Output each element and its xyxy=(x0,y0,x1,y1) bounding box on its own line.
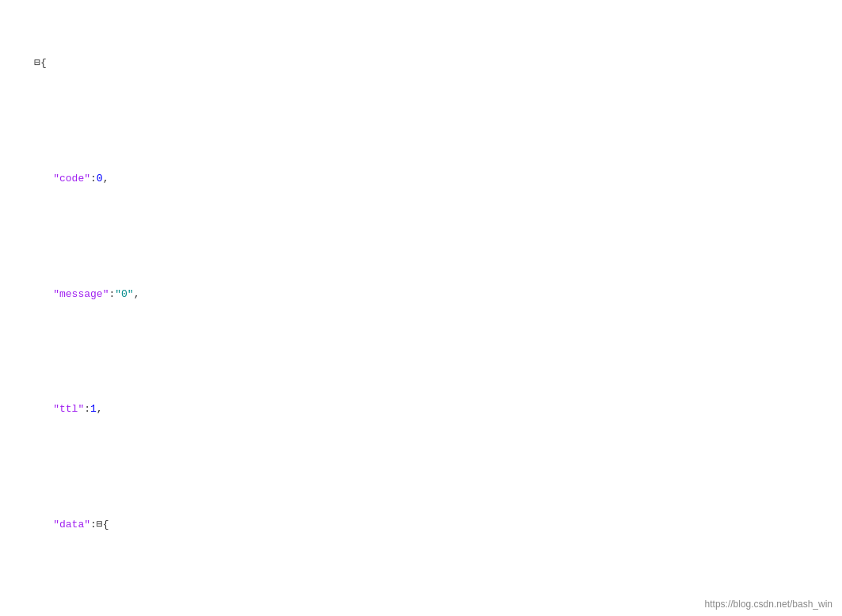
key-message: "message" xyxy=(53,288,109,300)
root-brace: { xyxy=(40,57,47,69)
line-ttl: "ttl":1, xyxy=(10,385,832,434)
json-viewer: ⊟{ "code":0, "message":"0", "ttl":1, "da… xyxy=(0,0,842,616)
value-code: 0 xyxy=(97,173,103,184)
line-data: "data":⊟{ xyxy=(10,500,832,549)
value-message: "0" xyxy=(115,288,133,300)
value-ttl: 1 xyxy=(90,403,97,415)
key-code: "code" xyxy=(53,173,90,184)
watermark: https://blog.csdn.net/bash_win xyxy=(705,599,832,610)
key-ttl: "ttl" xyxy=(53,403,84,415)
root-line: ⊟{ xyxy=(10,40,832,89)
data-expand-icon[interactable]: ⊟ xyxy=(97,519,103,530)
root-expand-icon[interactable]: ⊟ xyxy=(34,57,40,69)
line-code: "code":0, xyxy=(10,154,832,203)
key-data: "data" xyxy=(53,519,90,530)
line-message: "message":"0", xyxy=(10,270,832,319)
